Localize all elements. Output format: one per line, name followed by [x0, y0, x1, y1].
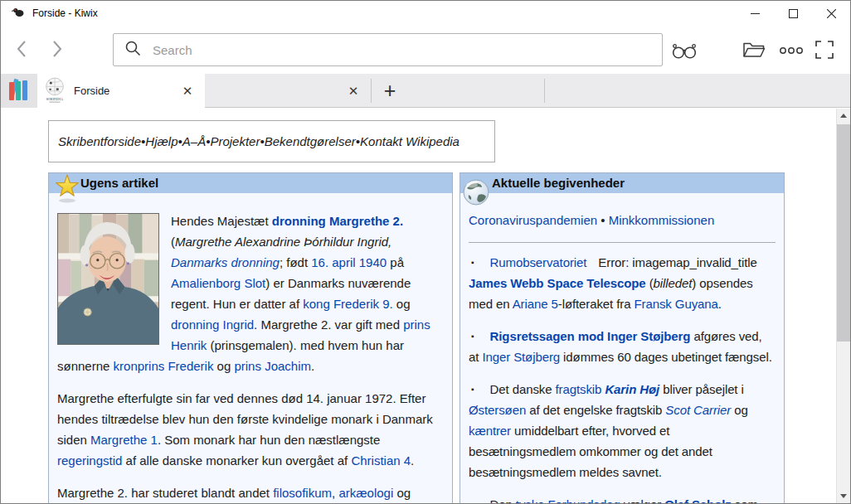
globe-icon [462, 178, 490, 212]
wiki-link[interactable]: Forbundsdag [547, 497, 620, 503]
wiki-link[interactable]: fragtskib [556, 382, 602, 396]
bullet-icon: ▪ [471, 385, 474, 394]
current-events-box: Aktuelle begivenheder Coronaviruspandemi… [460, 172, 785, 503]
forward-arrow-icon [52, 40, 63, 61]
news-item: ▪Den tyske Forbundsdag vælger Olaf Schol… [469, 494, 776, 503]
wiki-link[interactable]: dronning Margrethe 2. [272, 214, 403, 228]
text-run: ( [646, 276, 654, 290]
nav-link[interactable]: Projekter [210, 134, 260, 148]
bullet-icon: ▪ [471, 258, 474, 267]
more-options-icon[interactable] [779, 46, 804, 55]
text-run: og [393, 297, 411, 311]
wiki-link[interactable]: kæntrer [469, 424, 511, 438]
nav-link[interactable]: A–Å [182, 134, 206, 148]
text-run: af det engelske fragtskib [526, 403, 665, 417]
maximize-button[interactable] [774, 1, 812, 26]
tab-divider [371, 79, 372, 103]
tab-forside[interactable]: WIKIPEDIA Forside ✕ [37, 74, 205, 109]
wiki-link[interactable]: arkæologi [338, 486, 393, 500]
wiki-link[interactable]: Danmarks dronning [171, 255, 280, 269]
wiki-link[interactable]: Rigsretssagen mod Inger Støjberg [490, 329, 691, 343]
current-events-body: Coronaviruspandemien • Minkkommissionen … [460, 193, 784, 503]
current-events-topics: Coronaviruspandemien • Minkkommissionen [469, 210, 776, 230]
reading-glasses-icon[interactable] [669, 41, 699, 60]
wiki-link[interactable]: filosofikum [273, 486, 332, 500]
search-input[interactable] [151, 42, 654, 58]
wiki-link[interactable]: dronning Ingrid [171, 317, 254, 332]
kiwix-window: Forside - Kiwix [0, 0, 851, 504]
nav-link[interactable]: Kontakt Wikipedia [360, 134, 460, 148]
open-folder-icon[interactable] [742, 40, 766, 60]
wiki-link[interactable]: prins Joachim [234, 359, 311, 373]
library-books-icon [7, 77, 32, 105]
text-run: • [597, 213, 609, 227]
vertical-scrollbar[interactable] [836, 109, 850, 503]
text-run: og [213, 359, 234, 373]
wiki-link[interactable]: Amalienborg Slot [171, 276, 265, 290]
tab-empty[interactable]: ✕ [205, 74, 371, 108]
wiki-link[interactable]: kong Frederik 9. [303, 297, 392, 311]
wiki-link[interactable]: Margrethe 1 [90, 433, 158, 447]
back-button[interactable] [7, 40, 34, 61]
text-run: -løfteraket fra [558, 297, 635, 311]
text-run: billedet [654, 276, 693, 290]
nav-link[interactable]: Skribentforside [58, 134, 141, 148]
article-paragraph: Margrethe efterfulgte sin far ved dennes… [57, 388, 441, 471]
featured-article-header: Ugens artikel [49, 173, 452, 193]
bullet-icon: ▪ [471, 332, 474, 341]
title-bar: Forside - Kiwix [1, 1, 850, 26]
text-run: bliver påsejlet i [659, 382, 744, 396]
wiki-link[interactable]: Ariane 5 [513, 297, 558, 311]
text-run: som [732, 497, 758, 503]
search-box [113, 33, 663, 66]
nav-link[interactable]: Hjælp [145, 134, 177, 148]
featured-article-title: Ugens artikel [80, 176, 158, 190]
library-button[interactable] [1, 74, 37, 108]
tab-label: Forside [74, 85, 109, 97]
wiki-link[interactable]: Østersøen [469, 403, 526, 417]
text-run: Error: imagemap_invalid_title [598, 255, 756, 269]
wiki-link[interactable]: James Webb Space Telescope [469, 276, 646, 290]
divider [469, 242, 776, 243]
scrollbar-thumb[interactable] [837, 124, 850, 342]
wiki-top-nav: Skribentforside • Hjælp • A–Å • Projekte… [48, 120, 495, 162]
wiki-link[interactable]: regeringstid [57, 453, 122, 468]
minimize-button[interactable] [736, 1, 774, 26]
wiki-link[interactable]: kronprins Frederik [114, 359, 214, 373]
featured-article-body: Hendes Majestæt dronning Margrethe 2. (M… [49, 193, 452, 503]
text-run: Hendes Majestæt [171, 214, 272, 228]
wiki-link[interactable]: Christian 4 [351, 453, 411, 468]
back-arrow-icon [16, 40, 27, 61]
news-item: ▪Det danske fragtskib Karin Høj bliver p… [469, 379, 776, 482]
forward-button[interactable] [44, 40, 71, 61]
wiki-link[interactable]: Minkkommissionen [609, 213, 715, 227]
scroll-down-arrow[interactable] [837, 489, 850, 503]
news-item: ▪RumobservatorietError: imagemap_invalid… [469, 252, 776, 314]
tab-close-icon[interactable]: ✕ [178, 82, 197, 100]
wiki-link[interactable]: Coronaviruspandemien [469, 213, 597, 227]
tab-bar: WIKIPEDIA Forside ✕ ✕ + [1, 74, 850, 108]
wikipedia-logo-icon: WIKIPEDIA [42, 76, 67, 109]
wiki-link[interactable]: Fransk Guyana [635, 297, 718, 311]
wiki-link[interactable]: Olaf Scholz [664, 497, 732, 503]
wiki-link[interactable]: Inger Støjberg [482, 350, 560, 364]
wiki-link[interactable]: Karin Høj [605, 382, 659, 396]
fullscreen-icon[interactable] [815, 41, 834, 59]
scroll-up-arrow[interactable] [837, 109, 850, 123]
text-run: Margrethe Alexandrine Þórhildur Ingrid, [175, 235, 391, 249]
close-button[interactable] [812, 1, 850, 26]
text-run: af alle danske monarker kun overgået af [122, 453, 351, 468]
toolbar [1, 26, 850, 74]
wiki-link[interactable]: Scot Carrier [665, 403, 731, 417]
text-run: . [411, 453, 414, 468]
queen-margrethe-photo[interactable] [57, 213, 159, 345]
new-tab-button[interactable]: + [376, 76, 404, 104]
text-run: på [387, 255, 404, 269]
wiki-link[interactable]: 16. april 1940 [311, 255, 387, 269]
tab-close-icon[interactable]: ✕ [344, 82, 362, 100]
text-run: Det danske [490, 382, 556, 396]
wiki-link[interactable]: tyske [516, 497, 545, 503]
nav-link[interactable]: Bekendtgørelser [265, 134, 356, 148]
current-events-header: Aktuelle begivenheder [460, 173, 784, 193]
wiki-link[interactable]: Rumobservatoriet [490, 255, 587, 269]
